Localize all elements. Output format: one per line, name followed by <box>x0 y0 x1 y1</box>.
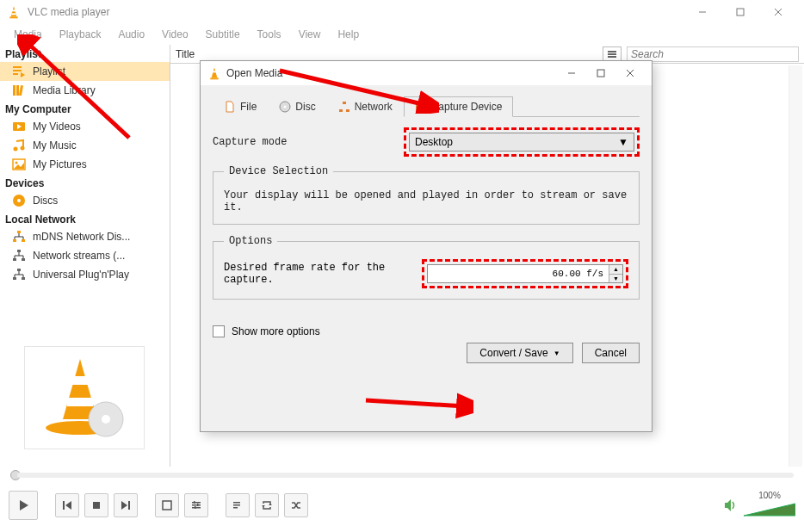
spinner-up-button[interactable]: ▲ <box>609 265 622 274</box>
spinner-down-button[interactable]: ▼ <box>609 274 622 283</box>
svg-rect-48 <box>163 501 171 510</box>
svg-rect-13 <box>16 85 19 96</box>
menu-tools[interactable]: Tools <box>249 24 290 45</box>
tab-network[interactable]: Network <box>327 96 404 117</box>
stop-button[interactable] <box>84 493 108 517</box>
maximize-button[interactable] <box>721 0 759 24</box>
svg-rect-10 <box>13 73 18 75</box>
prev-button[interactable] <box>55 493 79 517</box>
window-title: VLC media player <box>28 6 683 18</box>
sidebar-item-my-music[interactable]: My Music <box>0 136 170 155</box>
column-title[interactable]: Title <box>176 48 195 60</box>
svg-rect-66 <box>597 70 604 77</box>
device-selection-group: Device Selection Your display will be op… <box>213 165 640 225</box>
video-icon <box>12 120 26 133</box>
close-button[interactable] <box>759 0 797 24</box>
capture-mode-dropdown[interactable]: Desktop ▼ <box>409 133 634 152</box>
svg-rect-32 <box>22 277 25 280</box>
svg-rect-64 <box>213 71 216 72</box>
network-icon <box>12 230 26 244</box>
play-button[interactable] <box>9 491 38 520</box>
menu-video[interactable]: Video <box>153 24 196 45</box>
sidebar-item-upnp[interactable]: Universal Plug'n'Play <box>0 265 170 284</box>
svg-rect-71 <box>343 102 346 104</box>
svg-rect-9 <box>13 70 22 71</box>
menu-subtitle[interactable]: Subtitle <box>197 24 249 45</box>
shuffle-button[interactable] <box>284 493 308 517</box>
dialog-minimize-button[interactable] <box>557 65 586 82</box>
svg-point-18 <box>21 146 25 151</box>
sidebar-item-label: Playlist <box>33 65 65 77</box>
cover-art-area <box>24 346 145 449</box>
scrollbar-vertical[interactable] <box>789 65 802 467</box>
svg-rect-37 <box>71 376 89 385</box>
file-icon <box>224 101 236 113</box>
frame-rate-spinner[interactable]: ▲ ▼ <box>427 264 623 283</box>
svg-rect-38 <box>67 398 93 406</box>
svg-rect-52 <box>194 501 195 504</box>
music-icon <box>12 139 26 152</box>
dialog-close-button[interactable] <box>615 65 645 82</box>
sidebar-item-mdns[interactable]: mDNS Network Dis... <box>0 227 170 246</box>
playback-controls: 100% <box>0 484 804 527</box>
svg-rect-57 <box>233 507 238 509</box>
sidebar-item-media-library[interactable]: Media Library <box>0 81 170 100</box>
sidebar-item-network-streams[interactable]: Network streams (... <box>0 246 170 265</box>
svg-point-20 <box>15 162 18 164</box>
options-legend: Options <box>224 235 277 247</box>
menu-bar: Media Playback Audio Video Subtitle Tool… <box>0 24 804 45</box>
dialog-maximize-button[interactable] <box>586 65 615 82</box>
svg-rect-30 <box>17 269 21 271</box>
view-mode-button[interactable] <box>603 46 622 62</box>
volume-icon[interactable] <box>723 498 739 513</box>
extended-settings-button[interactable] <box>184 493 208 517</box>
fullscreen-button[interactable] <box>155 493 179 517</box>
sidebar-item-discs[interactable]: Discs <box>0 191 170 210</box>
menu-help[interactable]: Help <box>329 24 368 45</box>
svg-rect-31 <box>13 277 16 280</box>
minimize-button[interactable] <box>683 0 721 24</box>
svg-marker-46 <box>121 501 127 510</box>
menu-audio[interactable]: Audio <box>109 24 153 45</box>
svg-marker-75 <box>424 103 426 110</box>
tab-disc[interactable]: Disc <box>268 96 326 117</box>
capture-icon <box>415 101 427 113</box>
svg-point-70 <box>284 106 287 108</box>
chevron-down-icon: ▼ <box>618 136 628 148</box>
seek-bar[interactable] <box>0 467 804 484</box>
sidebar-section-devices: Devices <box>0 174 170 191</box>
cancel-button[interactable]: Cancel <box>582 343 640 363</box>
menu-playback[interactable]: Playback <box>51 24 110 45</box>
loop-button[interactable] <box>255 493 279 517</box>
svg-rect-2 <box>12 9 15 11</box>
svg-rect-12 <box>13 85 15 96</box>
svg-marker-11 <box>21 72 25 77</box>
menu-view[interactable]: View <box>290 24 330 45</box>
svg-rect-63 <box>210 77 218 79</box>
show-more-options-checkbox[interactable] <box>213 325 225 337</box>
open-media-dialog: Open Media File Disc Network Capture Dev… <box>200 60 652 432</box>
svg-rect-5 <box>737 9 744 15</box>
toggle-playlist-button[interactable] <box>226 493 250 517</box>
next-button[interactable] <box>114 493 138 517</box>
frame-rate-input[interactable] <box>428 265 609 282</box>
dialog-titlebar: Open Media <box>201 61 652 85</box>
convert-save-button[interactable]: Convert / Save ▼ <box>467 343 572 363</box>
svg-rect-51 <box>192 507 201 509</box>
disc-icon <box>279 101 291 113</box>
sidebar-item-label: Universal Plug'n'Play <box>33 269 129 281</box>
vlc-cone-large-icon <box>33 355 136 441</box>
sidebar-item-my-pictures[interactable]: My Pictures <box>0 155 170 174</box>
volume-slider[interactable] <box>744 502 795 517</box>
menu-media[interactable]: Media <box>5 24 51 45</box>
svg-point-41 <box>102 415 110 424</box>
svg-rect-74 <box>416 103 424 110</box>
sidebar-item-playlist[interactable]: Playlist <box>0 62 170 81</box>
tab-capture-device[interactable]: Capture Device <box>404 96 514 117</box>
tab-file[interactable]: File <box>213 96 268 117</box>
svg-point-23 <box>17 199 21 202</box>
search-input[interactable] <box>627 46 799 62</box>
svg-marker-60 <box>725 499 731 511</box>
network-icon <box>12 249 26 263</box>
sidebar-item-my-videos[interactable]: My Videos <box>0 117 170 136</box>
